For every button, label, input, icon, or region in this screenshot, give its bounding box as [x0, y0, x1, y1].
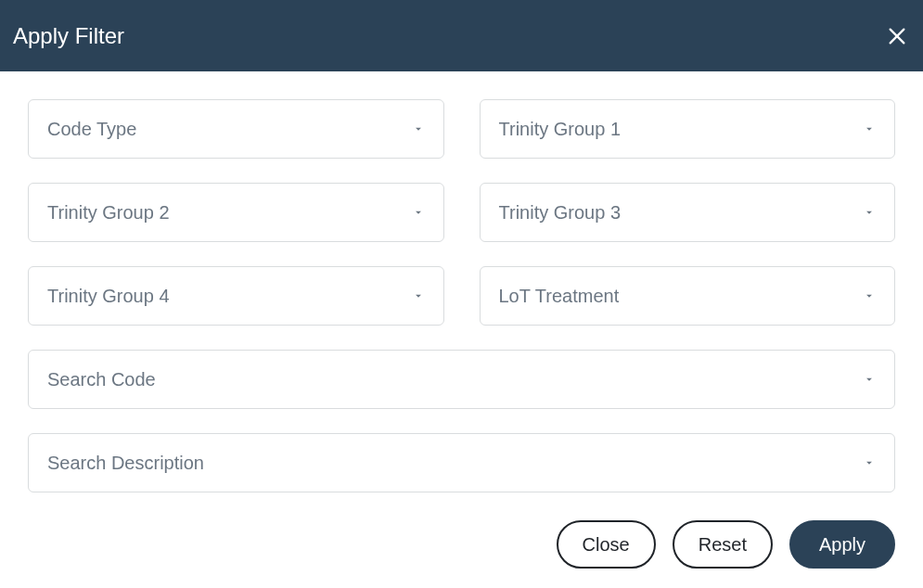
chevron-down-icon — [412, 122, 425, 135]
close-icon[interactable] — [884, 23, 910, 49]
lot-treatment-label: LoT Treatment — [499, 286, 620, 307]
trinity-group-4-label: Trinity Group 4 — [47, 286, 170, 307]
chevron-down-icon — [863, 206, 876, 219]
chevron-down-icon — [863, 456, 876, 469]
code-type-select[interactable]: Code Type — [28, 99, 444, 159]
trinity-group-2-select[interactable]: Trinity Group 2 — [28, 183, 444, 242]
code-type-label: Code Type — [47, 119, 136, 140]
dialog-body: Code Type Trinity Group 1 Trinity Group … — [0, 71, 923, 569]
search-description-label: Search Description — [47, 453, 204, 474]
chevron-down-icon — [412, 289, 425, 302]
close-button[interactable]: Close — [557, 520, 656, 569]
search-code-select[interactable]: Search Code — [28, 350, 895, 409]
trinity-group-3-select[interactable]: Trinity Group 3 — [480, 183, 896, 242]
trinity-group-2-label: Trinity Group 2 — [47, 202, 170, 224]
apply-button[interactable]: Apply — [789, 520, 895, 569]
trinity-group-1-select[interactable]: Trinity Group 1 — [480, 99, 896, 159]
chevron-down-icon — [412, 206, 425, 219]
chevron-down-icon — [863, 122, 876, 135]
dialog-header: Apply Filter — [0, 0, 923, 71]
chevron-down-icon — [863, 289, 876, 302]
search-code-label: Search Code — [47, 369, 156, 390]
dialog-title: Apply Filter — [13, 23, 124, 49]
lot-treatment-select[interactable]: LoT Treatment — [480, 266, 896, 326]
search-description-select[interactable]: Search Description — [28, 433, 895, 492]
filter-grid: Code Type Trinity Group 1 Trinity Group … — [28, 99, 895, 326]
search-description-row: Search Description — [28, 433, 895, 492]
search-code-row: Search Code — [28, 350, 895, 409]
trinity-group-3-label: Trinity Group 3 — [499, 202, 622, 224]
chevron-down-icon — [863, 373, 876, 386]
trinity-group-4-select[interactable]: Trinity Group 4 — [28, 266, 444, 326]
reset-button[interactable]: Reset — [673, 520, 773, 569]
dialog-actions: Close Reset Apply — [28, 517, 895, 569]
trinity-group-1-label: Trinity Group 1 — [499, 119, 622, 140]
